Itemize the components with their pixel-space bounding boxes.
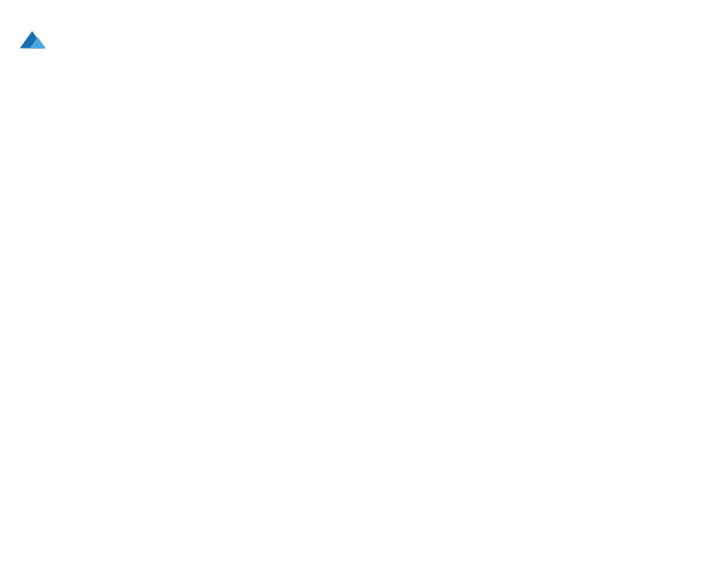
header (18, 18, 710, 55)
logo (18, 28, 50, 55)
logo-icon (18, 28, 46, 55)
